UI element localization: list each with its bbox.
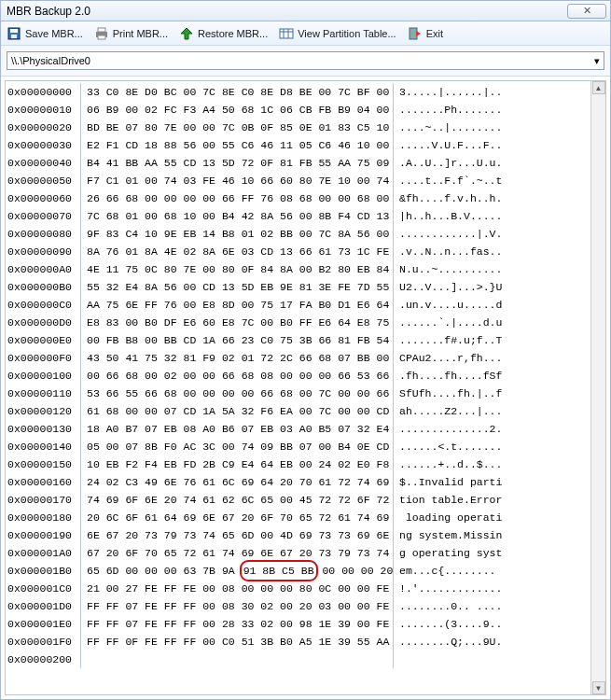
hex-cell: E2 F1 CD 18 88 56 00 55 C6 46 11 05 C6 4… (80, 136, 394, 154)
view-label: View Partition Table... (298, 28, 396, 39)
offset-cell: 0x000000F0 (7, 349, 80, 367)
save-mbr-button[interactable]: Save MBR... (7, 26, 83, 41)
scrollbar[interactable]: ▲ ▼ (590, 81, 605, 694)
offset-cell: 0x00000000 (7, 83, 80, 101)
hex-row: 0x0000000033 C0 8E D0 BC 00 7C 8E C0 8E … (6, 83, 590, 101)
exit-label: Exit (426, 28, 443, 39)
ascii-cell: ......<.t....... (394, 438, 589, 455)
offset-cell: 0x000001B0 (7, 562, 80, 580)
ascii-cell: |h..h...B.V..... (394, 207, 589, 225)
restore-label: Restore MBR... (198, 28, 268, 39)
offset-cell: 0x00000190 (7, 526, 80, 544)
offset-cell: 0x000001F0 (7, 633, 80, 651)
ascii-cell: ....t..F.f`.~..t (394, 172, 589, 189)
view-partition-table-button[interactable]: View Partition Table... (279, 26, 396, 41)
hex-cell: 43 50 41 75 32 81 F9 02 01 72 2C 66 68 0… (80, 349, 394, 367)
hex-row: 0x000001D0FF FF 07 FE FF FF 00 08 30 02 … (6, 597, 590, 615)
hex-row: 0x0000010000 66 68 00 02 00 00 66 68 08 … (6, 367, 590, 385)
offset-cell: 0x00000090 (7, 243, 80, 260)
ascii-cell: ah.....Z2...|... (394, 402, 589, 420)
offset-cell: 0x00000120 (7, 402, 80, 420)
ascii-cell: !.'............. (394, 580, 589, 597)
ascii-cell: ........Q;...9U. (394, 633, 589, 651)
svg-rect-4 (98, 28, 105, 32)
svg-rect-10 (410, 28, 417, 39)
hex-cell: 21 00 27 FE FF FE 00 08 00 00 00 80 0C 0… (80, 580, 394, 597)
hex-cell: 65 6D 00 00 00 63 7B 9A 91 8B C5 BB 00 0… (80, 562, 394, 580)
hex-row: 0x000000707C 68 01 00 68 10 00 B4 42 8A … (6, 207, 590, 225)
hex-row: 0x000000908A 76 01 8A 4E 02 8A 6E 03 CD … (6, 243, 590, 260)
offset-cell: 0x00000170 (7, 491, 80, 509)
hex-row: 0x000000C0AA 75 6E FF 76 00 E8 8D 00 75 … (6, 296, 590, 314)
hex-cell: 00 FB B8 00 BB CD 1A 66 23 C0 75 3B 66 8… (80, 331, 394, 349)
restore-mbr-button[interactable]: Restore MBR... (179, 26, 268, 41)
offset-cell: 0x00000060 (7, 189, 80, 207)
offset-cell: 0x000000D0 (7, 314, 80, 331)
scroll-up-button[interactable]: ▲ (592, 81, 605, 94)
hex-row: 0x0000017074 69 6F 6E 20 74 61 62 6C 65 … (6, 491, 590, 509)
offset-cell: 0x000001A0 (7, 544, 80, 562)
hex-row: 0x00000030E2 F1 CD 18 88 56 00 55 C6 46 … (6, 136, 590, 154)
offset-cell: 0x00000160 (7, 473, 80, 491)
hex-cell: 20 6C 6F 61 64 69 6E 67 20 6F 70 65 72 6… (80, 509, 394, 526)
hex-cell: F7 C1 01 00 74 03 FE 46 10 66 60 80 7E 1… (80, 172, 394, 189)
hex-row: 0x000001C021 00 27 FE FF FE 00 08 00 00 … (6, 580, 590, 597)
hex-cell: FF FF 07 FE FF FF 00 28 33 02 00 98 1E 3… (80, 615, 394, 633)
offset-cell: 0x000000B0 (7, 278, 80, 296)
svg-rect-1 (10, 29, 18, 33)
offset-cell: 0x00000020 (7, 119, 80, 136)
hex-row: 0x0000016024 02 C3 49 6E 76 61 6C 69 64 … (6, 473, 590, 491)
offset-cell: 0x00000150 (7, 455, 80, 473)
ascii-cell: 3.....|......|.. (394, 83, 589, 101)
offset-cell: 0x00000180 (7, 509, 80, 526)
hex-cell: 55 32 E4 8A 56 00 CD 13 5D EB 9E 81 3E F… (80, 278, 394, 296)
ascii-cell: tion table.Error (394, 491, 589, 509)
hex-row: 0x00000040B4 41 BB AA 55 CD 13 5D 72 0F … (6, 154, 590, 172)
window-title: MBR Backup 2.0 (5, 5, 567, 18)
hex-row: 0x00000200 (6, 651, 590, 668)
hex-cell: 7C 68 01 00 68 10 00 B4 42 8A 56 00 8B F… (80, 207, 394, 225)
hex-cell: 33 C0 8E D0 BC 00 7C 8E C0 8E D8 BE 00 7… (80, 83, 394, 101)
offset-cell: 0x00000100 (7, 367, 80, 385)
hex-row: 0x000000B055 32 E4 8A 56 00 CD 13 5D EB … (6, 278, 590, 296)
hex-row: 0x0000015010 EB F2 F4 EB FD 2B C9 E4 64 … (6, 455, 590, 473)
print-mbr-button[interactable]: Print MBR... (94, 26, 168, 41)
hex-cell: 6E 67 20 73 79 73 74 65 6D 00 4D 69 73 7… (80, 526, 394, 544)
offset-cell: 0x00000130 (7, 420, 80, 438)
ascii-cell (394, 651, 589, 668)
hex-row: 0x000001B065 6D 00 00 00 63 7B 9A 91 8B … (6, 562, 590, 580)
offset-cell: 0x00000110 (7, 385, 80, 402)
title-bar[interactable]: MBR Backup 2.0 ✕ (1, 1, 610, 21)
ascii-cell: &fh....f.v.h..h. (394, 189, 589, 207)
hex-row: 0x0000006026 66 68 00 00 00 00 66 FF 76 … (6, 189, 590, 207)
ascii-cell: .......f#.u;f..T (394, 331, 589, 349)
offset-cell: 0x000001D0 (7, 597, 80, 615)
offset-cell: 0x00000070 (7, 207, 80, 225)
close-button[interactable]: ✕ (567, 4, 606, 19)
ascii-cell: ..............2. (394, 420, 589, 438)
ascii-cell: ......`.|....d.u (394, 314, 589, 331)
ascii-cell: .....V.U.F...F.. (394, 136, 589, 154)
drive-select[interactable]: \\.\PhysicalDrive0 ▾ (7, 51, 604, 70)
hex-cell: 8A 76 01 8A 4E 02 8A 6E 03 CD 13 66 61 7… (80, 243, 394, 260)
hex-row: 0x000000F043 50 41 75 32 81 F9 02 01 72 … (6, 349, 590, 367)
hex-cell: 06 B9 00 02 FC F3 A4 50 68 1C 06 CB FB B… (80, 101, 394, 119)
ascii-cell: loading operati (394, 509, 589, 526)
hex-viewer: 0x0000000033 C0 8E D0 BC 00 7C 8E C0 8E … (5, 80, 606, 695)
close-icon: ✕ (583, 5, 591, 17)
hex-cell: 24 02 C3 49 6E 76 61 6C 69 64 20 70 61 7… (80, 473, 394, 491)
exit-button[interactable]: Exit (408, 26, 443, 41)
ascii-cell: .v..N..n...fas.. (394, 243, 589, 260)
toolbar: Save MBR... Print MBR... Restore MBR... … (1, 21, 610, 46)
hex-cell: 18 A0 B7 07 EB 08 A0 B6 07 EB 03 A0 B5 0… (80, 420, 394, 438)
save-label: Save MBR... (25, 28, 83, 39)
print-label: Print MBR... (113, 28, 168, 39)
ascii-cell: .fh....fh....fSf (394, 367, 589, 385)
hex-cell: 53 66 55 66 68 00 00 00 00 66 68 00 7C 0… (80, 385, 394, 402)
hex-row: 0x0000012061 68 00 00 07 CD 1A 5A 32 F6 … (6, 402, 590, 420)
offset-cell: 0x000001C0 (7, 580, 80, 597)
offset-cell: 0x000000E0 (7, 331, 80, 349)
scroll-down-button[interactable]: ▼ (592, 681, 605, 694)
offset-cell: 0x00000080 (7, 225, 80, 243)
hex-row: 0x000000809F 83 C4 10 9E EB 14 B8 01 02 … (6, 225, 590, 243)
